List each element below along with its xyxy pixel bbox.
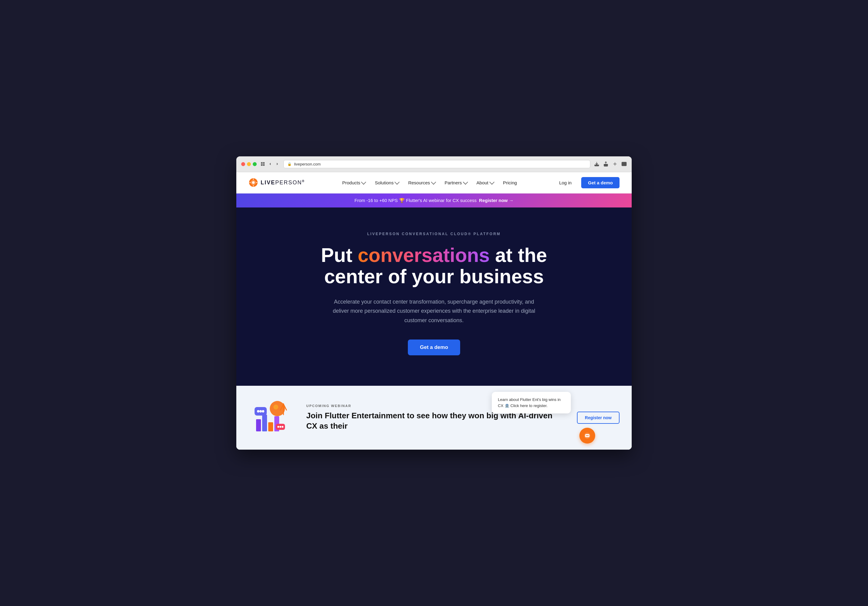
download-icon[interactable] (594, 161, 600, 167)
svg-rect-3 (263, 164, 265, 166)
logo-icon (248, 178, 258, 188)
close-button[interactable] (241, 162, 245, 166)
hero-heading-start: Put (321, 244, 358, 266)
nav-products[interactable]: Products (338, 178, 369, 188)
svg-point-26 (282, 426, 284, 428)
svg-point-21 (259, 410, 262, 412)
website: LIVEPERSON® Products Solutions Resources (236, 172, 632, 450)
chevron-down-icon (431, 180, 436, 184)
back-icon[interactable] (268, 161, 273, 166)
logo-text: LIVEPERSON® (260, 180, 305, 186)
webinar-illustration (248, 398, 294, 437)
hero-section: LIVEPERSON CONVERSATIONAL CLOUD® PLATFOR… (236, 208, 632, 386)
hero-subtext: Accelerate your contact center transform… (327, 297, 541, 325)
nav-pricing[interactable]: Pricing (499, 178, 521, 188)
tabs-icon[interactable] (622, 161, 627, 167)
chat-widget-icon (584, 432, 591, 439)
hero-eyebrow: LIVEPERSON CONVERSATIONAL CLOUD® PLATFOR… (248, 232, 620, 236)
browser-controls (260, 161, 280, 166)
chat-bubble-text: Learn about Flutter Ent's big wins in CX… (498, 397, 561, 408)
nav-about[interactable]: About (472, 178, 498, 188)
webinar-register-button[interactable]: Register now (577, 412, 620, 424)
hero-heading-highlight: conversations (358, 244, 490, 266)
forward-icon[interactable] (275, 161, 280, 166)
hero-cta-button[interactable]: Get a demo (408, 339, 460, 355)
traffic-lights (241, 162, 257, 166)
svg-point-13 (273, 405, 278, 409)
banner-text: From -16 to +60 NPS 🏆 Flutter's AI webin… (355, 198, 477, 203)
svg-point-29 (586, 436, 587, 436)
nav-solutions[interactable]: Solutions (370, 178, 403, 188)
webinar-image-svg (250, 398, 293, 437)
nav-partners[interactable]: Partners (440, 178, 471, 188)
svg-rect-0 (261, 162, 262, 164)
svg-point-25 (279, 426, 281, 428)
browser-window: 🔒 liveperson.com (236, 157, 632, 450)
chevron-down-icon (489, 180, 494, 184)
browser-chrome: 🔒 liveperson.com (236, 157, 632, 172)
main-nav: Products Solutions Resources Partners Ab… (338, 178, 521, 188)
svg-rect-8 (622, 162, 626, 166)
chat-popup-bubble: Learn about Flutter Ent's big wins in CX… (492, 392, 571, 414)
webinar-section: UPCOMING WEBINAR Join Flutter Entertainm… (236, 386, 632, 449)
minimize-button[interactable] (247, 162, 251, 166)
tab-grid-icon[interactable] (260, 161, 265, 166)
hero-heading: Put conversations at the center of your … (297, 245, 571, 287)
share-icon[interactable] (603, 161, 609, 167)
chat-widget-button[interactable] (580, 428, 595, 443)
svg-point-11 (252, 181, 254, 184)
url-text: liveperson.com (294, 162, 321, 166)
logo[interactable]: LIVEPERSON® (248, 178, 305, 188)
maximize-button[interactable] (253, 162, 257, 166)
svg-rect-1 (263, 162, 265, 164)
webinar-title: Join Flutter Entertainment to see how th… (306, 411, 565, 431)
svg-rect-16 (268, 422, 273, 431)
site-header: LIVEPERSON® Products Solutions Resources (236, 172, 632, 194)
svg-rect-14 (256, 419, 261, 431)
svg-point-31 (588, 436, 589, 436)
svg-rect-2 (261, 164, 262, 166)
lock-icon: 🔒 (287, 162, 292, 166)
login-button[interactable]: Log in (554, 178, 576, 188)
banner-register-link[interactable]: Register now → (479, 198, 513, 203)
nav-resources[interactable]: Resources (404, 178, 439, 188)
chevron-down-icon (394, 180, 400, 184)
address-bar[interactable]: 🔒 liveperson.com (284, 160, 591, 168)
svg-point-20 (257, 410, 259, 412)
browser-actions (594, 161, 627, 167)
chevron-down-icon (463, 180, 468, 184)
header-actions: Log in Get a demo (554, 177, 620, 188)
announcement-banner: From -16 to +60 NPS 🏆 Flutter's AI webin… (236, 194, 632, 208)
add-tab-icon[interactable] (612, 161, 618, 167)
svg-point-24 (277, 426, 279, 428)
get-demo-button[interactable]: Get a demo (581, 177, 620, 188)
svg-point-22 (262, 410, 264, 412)
svg-rect-15 (262, 415, 267, 431)
chevron-down-icon (361, 180, 366, 184)
svg-point-30 (587, 436, 588, 436)
